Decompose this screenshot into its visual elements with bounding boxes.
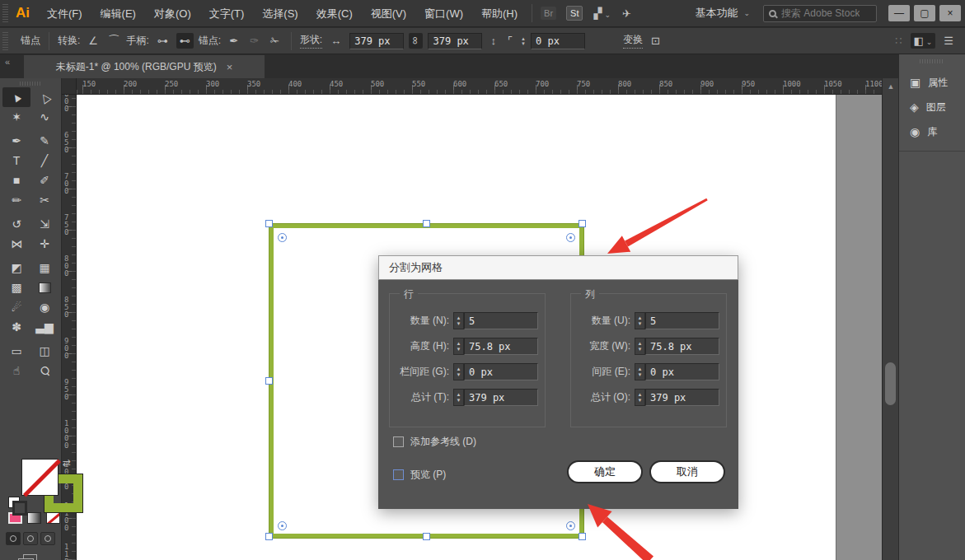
ok-button[interactable]: 确定 xyxy=(567,460,643,483)
draw-normal-button[interactable] xyxy=(6,532,21,545)
dialog-title[interactable]: 分割为网格 xyxy=(378,255,738,280)
width-tool[interactable]: ⋈ xyxy=(2,234,30,254)
stepper-icon[interactable]: ▲▼ xyxy=(453,389,464,406)
corner-widget-bottom-right[interactable] xyxy=(566,521,575,530)
hide-handles-icon[interactable]: ⊷ xyxy=(176,33,194,49)
horizontal-ruler[interactable]: 1502002503003504004505005506006507007508… xyxy=(77,78,882,95)
draw-behind-button[interactable] xyxy=(23,532,38,545)
fill-swatch-none[interactable] xyxy=(21,459,59,496)
field-input[interactable] xyxy=(464,363,538,380)
convert-corner-icon[interactable]: ∠ xyxy=(85,33,101,49)
corner-widget-top-right[interactable] xyxy=(566,233,575,242)
remove-anchor-icon[interactable]: ✒ xyxy=(226,33,241,49)
blend-tool[interactable]: ◉ xyxy=(30,297,59,317)
stepper-icon[interactable]: ▲▼ xyxy=(635,363,645,380)
stepper-icon[interactable]: ▲▼ xyxy=(453,338,464,355)
handle-bottom-mid[interactable] xyxy=(423,533,430,540)
minimize-button[interactable]: — xyxy=(888,5,910,21)
shape-width-input[interactable] xyxy=(349,33,404,49)
menu-item[interactable]: 效果(C) xyxy=(307,0,362,27)
menu-item[interactable]: 文件(F) xyxy=(38,0,91,27)
handle-top-right[interactable] xyxy=(579,220,586,227)
panel-toggle-icon[interactable]: ◧⌄ xyxy=(911,33,936,49)
ruler-corner[interactable] xyxy=(62,78,77,95)
stepper-icon[interactable]: ▲▼ xyxy=(635,389,645,406)
menu-item[interactable]: 窗口(W) xyxy=(415,0,472,27)
artboard-tool[interactable]: ▭ xyxy=(2,341,30,361)
corner-radius-input[interactable] xyxy=(531,33,585,49)
screen-mode-icon[interactable] xyxy=(23,554,37,560)
menu-item[interactable]: 文字(T) xyxy=(200,0,254,27)
rotate-tool[interactable]: ↺ xyxy=(2,214,30,234)
tab-close-icon[interactable]: × xyxy=(227,61,233,73)
stepper-icon[interactable]: ▲▼ xyxy=(453,312,464,329)
stepper-icon[interactable]: ▲▼ xyxy=(635,338,645,355)
shaper-tool[interactable]: ✏ xyxy=(2,190,30,210)
shape-builder-tool[interactable]: ◩ xyxy=(2,258,30,278)
scissors-tool[interactable]: ✂ xyxy=(30,190,59,210)
field-input[interactable] xyxy=(645,363,719,380)
scrollbar-thumb[interactable] xyxy=(885,362,896,405)
eyedropper-tool[interactable]: ☄ xyxy=(2,297,30,317)
preview-checkbox[interactable] xyxy=(393,469,404,480)
field-input[interactable] xyxy=(464,389,538,406)
handle-bottom-right[interactable] xyxy=(579,533,586,540)
type-tool[interactable]: T xyxy=(2,151,30,170)
menu-item[interactable]: 选择(S) xyxy=(253,0,307,27)
stock-search-input[interactable]: 搜索 Adobe Stock xyxy=(763,5,877,22)
stepper-icon[interactable]: ▲▼ xyxy=(635,312,645,329)
mesh-tool[interactable]: ▩ xyxy=(2,278,30,297)
corner-stepper[interactable]: ▲▼ xyxy=(521,36,526,46)
handle-bottom-left[interactable] xyxy=(265,533,273,540)
hand-tool[interactable]: ☝ xyxy=(2,361,30,380)
menu-item[interactable]: 编辑(E) xyxy=(91,0,145,27)
menu-item[interactable]: 视图(V) xyxy=(362,0,415,27)
handle-top-mid[interactable] xyxy=(423,220,430,227)
maximize-button[interactable]: ▢ xyxy=(914,5,935,21)
bridge-icon[interactable]: Br xyxy=(541,7,556,20)
swap-fill-stroke-icon[interactable]: ⇄ xyxy=(63,457,71,469)
arrange-documents-icon[interactable]: ▞⌄ xyxy=(593,7,611,20)
field-input[interactable] xyxy=(645,312,719,329)
curvature-tool[interactable]: ✎ xyxy=(30,131,59,151)
panel-item-属性[interactable]: ▣属性 xyxy=(899,70,965,95)
perspective-grid-tool[interactable]: ▦ xyxy=(30,258,59,278)
show-handles-icon[interactable]: ⊶ xyxy=(154,33,171,49)
line-segment-tool[interactable]: ╱ xyxy=(30,151,59,170)
panel-item-库[interactable]: ◉库 xyxy=(899,119,965,144)
stock-icon[interactable]: St xyxy=(566,6,583,21)
pen-tool[interactable]: ✒ xyxy=(2,131,30,151)
corner-widget-bottom-left[interactable] xyxy=(278,521,287,530)
menu-list-icon[interactable]: ☰ xyxy=(940,33,957,49)
corner-widget-top-left[interactable] xyxy=(278,233,287,242)
gradient-chip[interactable] xyxy=(27,512,41,524)
collapse-panels-icon[interactable]: « xyxy=(5,57,10,67)
magic-wand-tool[interactable]: ✶ xyxy=(2,107,30,127)
dock-grid-icon[interactable]: ∷ xyxy=(892,33,905,49)
menu-item[interactable]: 对象(O) xyxy=(145,0,200,27)
field-input[interactable] xyxy=(464,312,538,329)
shape-height-input[interactable] xyxy=(428,33,482,49)
preview-checkbox-row[interactable]: 预览 (P) xyxy=(393,468,446,482)
close-button[interactable]: × xyxy=(939,5,961,21)
gradient-tool[interactable] xyxy=(30,278,59,297)
transform-label[interactable]: 变换 xyxy=(623,33,643,49)
add-anchor-icon[interactable]: ✑ xyxy=(246,33,262,49)
default-fill-stroke-icon[interactable] xyxy=(8,497,20,508)
zoom-tool[interactable]: Ϙ xyxy=(30,361,59,380)
workspace-switcher[interactable]: 基本功能 ⌄ xyxy=(686,6,758,21)
direct-selection-tool[interactable]: △ xyxy=(30,87,59,107)
rectangle-tool[interactable]: ■ xyxy=(2,170,30,190)
scale-tool[interactable]: ⇲ xyxy=(30,214,59,234)
selection-tool[interactable]: ▲ xyxy=(2,87,30,107)
field-input[interactable] xyxy=(464,338,538,355)
column-graph-tool[interactable]: ▃▆ xyxy=(30,317,59,337)
handle-top-left[interactable] xyxy=(265,220,273,227)
vertical-scrollbar[interactable]: ▲ xyxy=(882,78,898,560)
convert-smooth-icon[interactable]: ⁀ xyxy=(106,33,121,49)
stepper-icon[interactable]: ▲▼ xyxy=(453,363,464,380)
puppet-warp-tool[interactable]: ✛ xyxy=(30,234,59,254)
shape-label[interactable]: 形状: xyxy=(300,33,322,49)
handle-mid-left[interactable] xyxy=(265,377,273,385)
scroll-up-icon[interactable]: ▲ xyxy=(883,80,899,93)
